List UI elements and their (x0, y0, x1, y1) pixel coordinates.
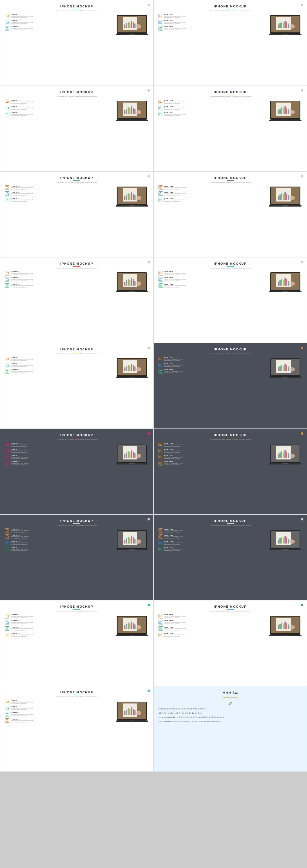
item-title-2: YOUR TITLE (10, 540, 112, 542)
slide-subtitle: You can write your subtitle and some exp… (5, 267, 148, 269)
svg-rect-38 (281, 22, 282, 28)
item-text-1: YOUR TITLE This space contains a space p… (10, 620, 112, 625)
svg-rect-203 (134, 367, 136, 371)
svg-rect-22 (129, 34, 135, 35)
item-row-1: YOUR TITLE This space contains a space p… (159, 277, 266, 282)
svg-rect-207 (160, 358, 162, 360)
slide-7: IPHONE MOCKUP You can write your subtitl… (0, 257, 154, 343)
slide-15: IPHONE MOCKUP You can write your subtitl… (0, 600, 154, 686)
slide-subtitle: You can write your subtitle and some exp… (5, 96, 148, 98)
item-row-3: YOUR TITLE This space is a good place fo… (159, 461, 266, 466)
item-desc-2: This space contains a space place for ti… (10, 714, 112, 717)
item-text-2: YOUR TITLE This space is a good place fo… (164, 369, 266, 374)
slide-17: IPHONE MOCKUP You can write your subtitl… (0, 686, 154, 772)
items-list: YOUR TITLE This space contains a space p… (5, 14, 112, 35)
item-desc-0: This space contains a space place for ti… (10, 187, 112, 190)
svg-rect-357 (128, 623, 129, 629)
item-row-0: YOUR TITLE This space is a good place fo… (5, 443, 112, 447)
svg-rect-88 (288, 109, 289, 114)
svg-rect-252 (133, 452, 134, 458)
slide-dot (301, 261, 303, 263)
item-icon-1 (5, 706, 9, 710)
item-text-0: YOUR TITLE This space contains a space p… (164, 14, 266, 19)
svg-rect-301 (124, 540, 126, 544)
item-title-1: YOUR TITLE (164, 363, 266, 364)
svg-rect-387 (286, 623, 287, 629)
slide-header: IPHONE MOCKUP You can write your subtitl… (5, 519, 148, 526)
item-text-2: YOUR TITLE This space contains a space p… (10, 369, 112, 374)
items-list: YOUR TITLE This space contains a space p… (5, 271, 112, 293)
item-desc-0: This space contains a space place for ti… (164, 273, 266, 276)
item-text-0: YOUR TITLE This space contains a space p… (10, 14, 112, 19)
item-icon-0 (159, 185, 163, 190)
svg-rect-257 (160, 444, 162, 445)
item-text-2: YOUR TITLE This space is a good place fo… (10, 455, 112, 460)
item-title-1: YOUR TITLE (164, 448, 266, 450)
item-text-1: YOUR TITLE This space contains a space p… (10, 363, 112, 368)
item-row-2: YOUR TITLE This space contains a space p… (159, 626, 266, 631)
item-icon-3 (159, 547, 163, 551)
item-desc-1: This space contains a space place for ti… (10, 708, 112, 710)
laptop-image (268, 528, 302, 552)
item-desc-3: This space is a good place for title and… (164, 463, 266, 466)
item-icon-3 (5, 547, 9, 551)
item-text-0: YOUR TITLE This space contains a space p… (10, 185, 112, 190)
item-title-0: YOUR TITLE (164, 100, 266, 101)
item-icon-0 (5, 614, 9, 618)
item-text-1: YOUR TITLE This space contains a space p… (10, 191, 112, 196)
svg-rect-317 (160, 542, 162, 544)
item-desc-2: This space contains a space place for ti… (10, 28, 112, 31)
svg-rect-108 (129, 194, 131, 200)
svg-rect-19 (134, 24, 136, 28)
svg-rect-153 (128, 279, 129, 285)
item-title-1: YOUR TITLE (10, 534, 112, 536)
svg-rect-276 (281, 451, 282, 458)
item-desc-0: This space contains a space place for ti… (164, 187, 266, 190)
item-desc-2: This space contains a space place for ti… (10, 371, 112, 374)
item-row-1: YOUR TITLE This space contains a space p… (5, 363, 112, 368)
item-icon-1 (5, 363, 9, 367)
slide-dot (301, 347, 303, 349)
item-text-0: YOUR TITLE This space contains a space p… (164, 614, 266, 619)
slide-content: YOUR TITLE This space contains a space p… (5, 14, 148, 35)
item-desc-2: This space is a good place for title and… (164, 371, 266, 374)
svg-rect-65 (134, 109, 136, 114)
item-desc-3: This space contains a space place for ti… (164, 634, 266, 637)
item-text-1: YOUR TITLE This space contains a space p… (164, 106, 266, 110)
item-text-3: YOUR TITLE This space contains a space p… (10, 718, 112, 723)
item-row-0: YOUR TITLE This space contains a space p… (159, 100, 266, 104)
svg-rect-306 (133, 537, 134, 544)
item-row-1: YOUR TITLE This space contains a space p… (159, 106, 266, 110)
slide-header: IPHONE MOCKUP You can write your subtitl… (159, 90, 302, 98)
item-row-0: YOUR TITLE This space contains a space p… (159, 271, 266, 276)
svg-rect-279 (286, 452, 287, 458)
svg-rect-132 (284, 192, 286, 200)
items-list: YOUR TITLE This space is a good place fo… (159, 528, 266, 552)
svg-rect-42 (288, 24, 289, 28)
svg-rect-84 (281, 107, 282, 114)
item-icon-1 (159, 191, 163, 196)
svg-rect-175 (279, 280, 281, 285)
item-title-2: YOUR TITLE (10, 198, 112, 199)
svg-rect-356 (126, 624, 127, 629)
slide-title: IPHONE MOCKUP (159, 605, 302, 608)
slide-content: YOUR TITLE This space contains a space p… (5, 185, 148, 207)
item-row-1: YOUR TITLE This space is a good place fo… (159, 534, 266, 539)
svg-rect-277 (283, 452, 284, 458)
item-desc-0: This space is a good place for title and… (164, 359, 266, 362)
laptop-image (268, 443, 302, 466)
svg-rect-18 (133, 22, 134, 28)
svg-rect-385 (283, 623, 284, 629)
slide-dot (147, 689, 150, 692)
slide-title: IPHONE MOCKUP (159, 262, 302, 266)
svg-rect-185 (6, 360, 8, 360)
svg-rect-174 (278, 282, 279, 285)
item-desc-2: This space contains a space place for ti… (164, 199, 266, 202)
slide-underline (73, 609, 80, 610)
promo-slide: 저작권 홍보 ℰ 이 템플릿은 개인적/상업적 용도로 사용이 가능하지만, 재… (154, 686, 307, 772)
laptop-image (268, 14, 302, 35)
slide-title: IPHONE MOCKUP (159, 5, 302, 8)
item-title-2: YOUR TITLE (164, 455, 266, 456)
slide-title: IPHONE MOCKUP (5, 690, 148, 694)
svg-rect-202 (133, 365, 134, 371)
